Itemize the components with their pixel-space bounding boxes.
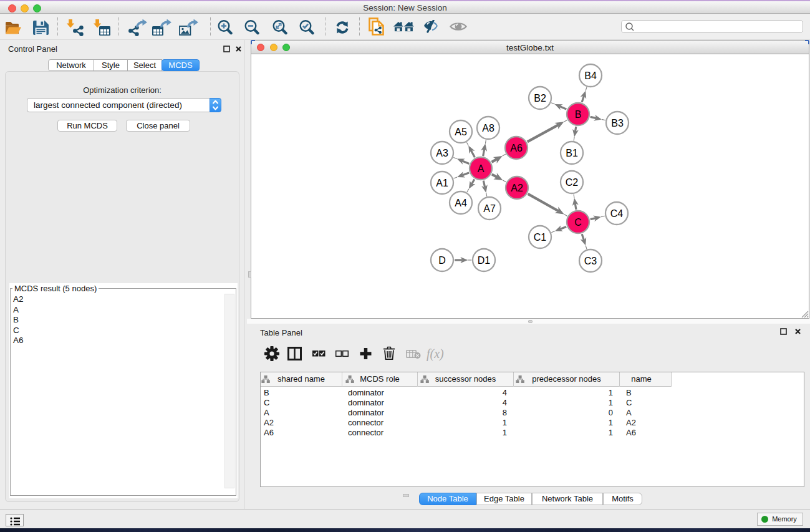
svg-text:A: A	[478, 163, 485, 174]
svg-text:B1: B1	[566, 148, 578, 158]
svg-text:C1: C1	[534, 232, 547, 243]
svg-text:D1: D1	[478, 255, 491, 266]
svg-text:A2: A2	[511, 183, 523, 193]
svg-text:C: C	[574, 217, 582, 228]
svg-text:B: B	[575, 109, 582, 120]
svg-text:B4: B4	[584, 70, 597, 81]
svg-text:B2: B2	[534, 93, 546, 104]
svg-text:A3: A3	[436, 148, 448, 158]
svg-text:A7: A7	[483, 203, 496, 214]
svg-text:B3: B3	[611, 118, 624, 128]
svg-text:A6: A6	[510, 143, 523, 153]
svg-text:A5: A5	[455, 127, 467, 137]
svg-text:C2: C2	[566, 177, 579, 188]
svg-text:A1: A1	[436, 178, 448, 188]
svg-text:A8: A8	[482, 123, 494, 133]
svg-text:C3: C3	[584, 256, 597, 266]
svg-text:A4: A4	[455, 198, 467, 208]
svg-text:C4: C4	[610, 208, 624, 219]
svg-text:D: D	[438, 255, 446, 266]
